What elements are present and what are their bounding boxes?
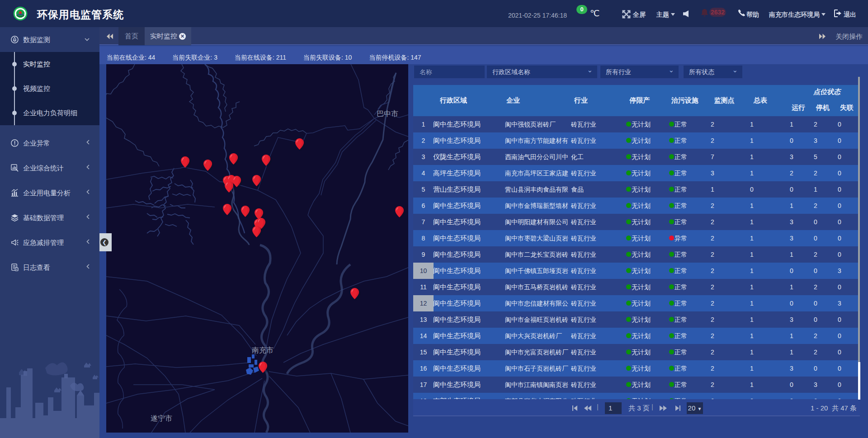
svg-text:南充市: 南充市 (252, 346, 274, 354)
svg-text:巴中市: 巴中市 (377, 110, 398, 118)
svg-text:遂宁市: 遂宁市 (151, 414, 172, 422)
